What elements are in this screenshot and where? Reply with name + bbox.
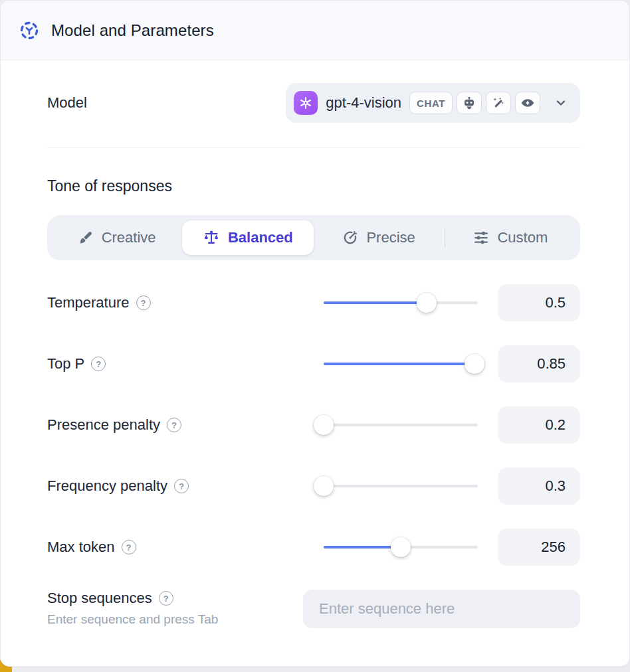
slider-thumb[interactable] [417,293,437,313]
help-icon[interactable]: ? [122,540,136,554]
temperature-slider[interactable] [324,293,478,313]
slider-thumb[interactable] [314,415,334,435]
presence-penalty-slider[interactable] [324,415,478,435]
panel-title: Model and Parameters [51,21,214,40]
frequency-penalty-slider[interactable] [324,476,478,496]
sliders-icon [473,230,489,246]
frequency-penalty-row: Frequency penalty ? 0.3 [47,467,580,505]
tab-balanced[interactable]: Balanced [182,220,313,255]
balance-scale-icon [203,229,220,246]
target-icon [342,230,358,246]
max-token-slider[interactable] [324,537,478,557]
model-label: Model [47,94,87,112]
temperature-label: Temperature [47,294,130,311]
max-token-row: Max token ? 256 [47,529,580,566]
selected-model-name: gpt-4-vision [326,94,401,112]
top-p-value: 0.85 [498,345,580,382]
stop-sequences-row: Stop sequences ? Enter sequence and pres… [47,590,580,628]
max-token-label: Max token [47,539,115,556]
max-token-value: 256 [498,529,580,566]
tab-label: Balanced [228,229,293,246]
tab-precise[interactable]: Precise [314,220,445,255]
top-p-label: Top P [47,355,84,373]
stop-sequence-input[interactable] [303,590,580,628]
model-badges: CHAT [409,92,540,114]
help-icon[interactable]: ? [91,357,106,371]
stop-sequences-label: Stop sequences [47,590,152,607]
help-icon[interactable]: ? [174,479,189,493]
top-p-slider[interactable] [324,354,478,374]
magic-wand-icon [486,92,511,114]
model-parameters-icon [19,21,39,41]
presence-penalty-value: 0.2 [498,406,580,444]
slider-thumb[interactable] [314,476,334,496]
tone-tab-bar: Creative Balanced [47,215,580,260]
tone-heading: Tone of responses [47,177,580,195]
frequency-penalty-label: Frequency penalty [47,477,167,495]
help-icon[interactable]: ? [167,418,181,432]
vision-eye-icon [515,92,540,114]
slider-thumb[interactable] [465,354,484,374]
temperature-value: 0.5 [498,284,580,321]
frequency-penalty-value: 0.3 [498,467,580,505]
help-icon[interactable]: ? [136,295,151,310]
stop-sequences-helper: Enter sequence and press Tab [47,612,218,627]
tab-label: Custom [497,229,548,246]
help-icon[interactable]: ? [159,591,173,606]
panel-header: Model and Parameters [1,1,629,60]
presence-penalty-row: Presence penalty ? 0.2 [47,406,580,444]
model-parameters-panel: Model and Parameters Model [0,0,630,667]
robot-icon [457,92,482,114]
model-row: Model gpt-4-vision CHAT [47,83,580,123]
tab-label: Creative [102,229,156,246]
chevron-down-icon [554,96,568,110]
chat-type-badge: CHAT [409,92,453,114]
slider-thumb[interactable] [391,537,411,557]
tab-custom[interactable]: Custom [445,220,576,255]
tab-label: Precise [366,229,415,246]
top-p-row: Top P ? 0.85 [47,345,580,382]
temperature-row: Temperature ? 0.5 [47,284,580,321]
section-divider [47,147,580,148]
presence-penalty-label: Presence penalty [47,416,160,434]
model-select-dropdown[interactable]: gpt-4-vision CHAT [286,83,580,123]
paintbrush-icon [78,230,94,246]
openai-logo-icon [294,91,318,115]
tab-creative[interactable]: Creative [51,220,182,255]
